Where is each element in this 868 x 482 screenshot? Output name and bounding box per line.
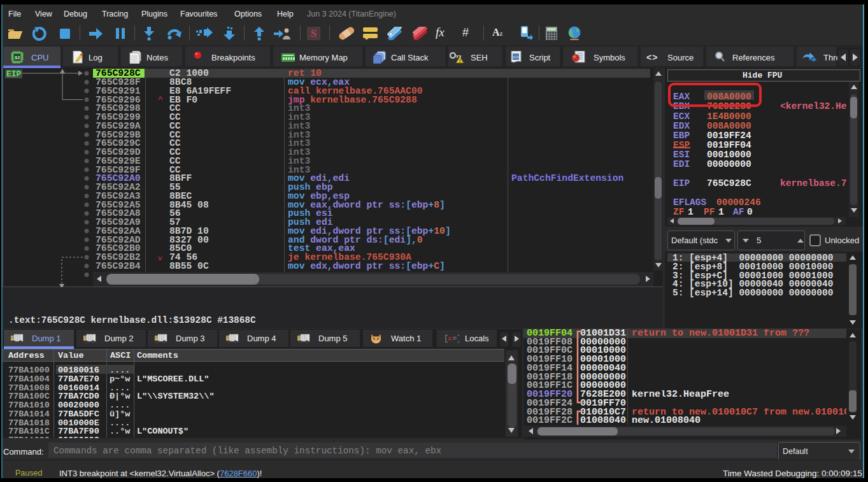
svg-text:=]: =] <box>452 334 459 343</box>
svg-text:<>: <> <box>513 54 519 60</box>
svg-text:EIP: EIP <box>6 69 22 79</box>
svg-text:S: S <box>311 27 317 39</box>
svg-text:x: x <box>447 334 452 343</box>
svg-text:32: 32 <box>15 55 20 60</box>
svg-text:!: ! <box>459 58 461 63</box>
